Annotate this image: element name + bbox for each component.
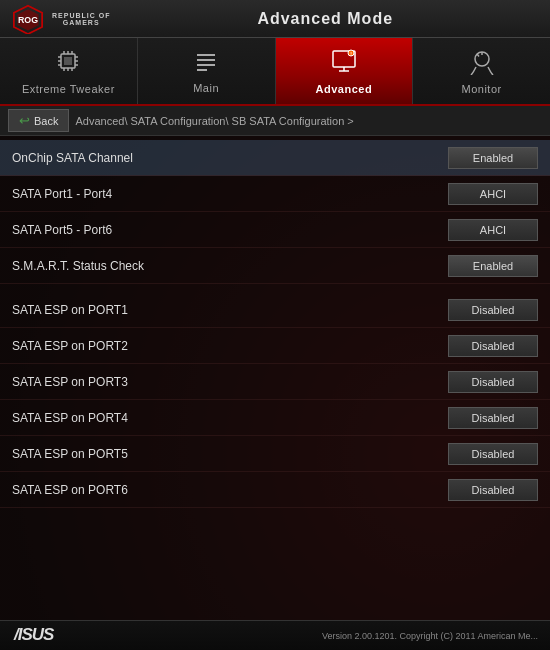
- setting-name-onchip: OnChip SATA Channel: [12, 151, 133, 165]
- monitor-icon: [468, 47, 496, 79]
- list-icon: [193, 48, 219, 78]
- setting-name-esp4: SATA ESP on PORT4: [12, 411, 128, 425]
- svg-text:/ISUS: /ISUS: [13, 625, 55, 644]
- tab-monitor[interactable]: Monitor: [413, 38, 550, 104]
- tab-advanced-label: Advanced: [316, 83, 373, 95]
- setting-value-esp4[interactable]: Disabled: [448, 407, 538, 429]
- setting-value-smart[interactable]: Enabled: [448, 255, 538, 277]
- setting-name-esp1: SATA ESP on PORT1: [12, 303, 128, 317]
- setting-row-esp2[interactable]: SATA ESP on PORT2 Disabled: [0, 328, 550, 364]
- setting-row-esp1[interactable]: SATA ESP on PORT1 Disabled: [0, 292, 550, 328]
- screen-icon: !: [330, 47, 358, 79]
- settings-content: OnChip SATA Channel Enabled SATA Port1 -…: [0, 136, 550, 620]
- setting-value-esp6[interactable]: Disabled: [448, 479, 538, 501]
- tab-extreme-tweaker[interactable]: Extreme Tweaker: [0, 38, 138, 104]
- setting-name-smart: S.M.A.R.T. Status Check: [12, 259, 144, 273]
- setting-value-onchip[interactable]: Enabled: [448, 147, 538, 169]
- back-arrow-icon: ↩: [19, 113, 30, 128]
- setting-row-port56[interactable]: SATA Port5 - Port6 AHCI: [0, 212, 550, 248]
- setting-value-esp5[interactable]: Disabled: [448, 443, 538, 465]
- back-button[interactable]: ↩ Back: [8, 109, 69, 132]
- svg-text:ROG: ROG: [18, 14, 38, 24]
- rog-logo: ROG REPUBLIC OF GAMERS: [10, 4, 110, 34]
- setting-name-esp6: SATA ESP on PORT6: [12, 483, 128, 497]
- rog-gamers: GAMERS: [63, 19, 100, 26]
- tabs-bar: Extreme Tweaker Main !: [0, 38, 550, 106]
- setting-row-esp5[interactable]: SATA ESP on PORT5 Disabled: [0, 436, 550, 472]
- setting-value-port14[interactable]: AHCI: [448, 183, 538, 205]
- setting-row-esp3[interactable]: SATA ESP on PORT3 Disabled: [0, 364, 550, 400]
- page-title: Advanced Mode: [110, 10, 540, 28]
- setting-name-port14: SATA Port1 - Port4: [12, 187, 112, 201]
- setting-name-esp5: SATA ESP on PORT5: [12, 447, 128, 461]
- setting-name-esp3: SATA ESP on PORT3: [12, 375, 128, 389]
- setting-row-port14[interactable]: SATA Port1 - Port4 AHCI: [0, 176, 550, 212]
- breadcrumb-bar: ↩ Back Advanced\ SATA Configuration\ SB …: [0, 106, 550, 136]
- tab-extreme-tweaker-label: Extreme Tweaker: [22, 83, 115, 95]
- setting-value-esp2[interactable]: Disabled: [448, 335, 538, 357]
- back-label: Back: [34, 115, 58, 127]
- setting-row-smart[interactable]: S.M.A.R.T. Status Check Enabled: [0, 248, 550, 284]
- setting-value-port56[interactable]: AHCI: [448, 219, 538, 241]
- cpu-icon: [54, 47, 82, 79]
- setting-value-esp1[interactable]: Disabled: [448, 299, 538, 321]
- breadcrumb-path: Advanced\ SATA Configuration\ SB SATA Co…: [75, 115, 353, 127]
- setting-row-onchip[interactable]: OnChip SATA Channel Enabled: [0, 140, 550, 176]
- rog-text: REPUBLIC OF GAMERS: [52, 12, 110, 26]
- rog-icon: ROG: [10, 4, 46, 34]
- footer-copyright: Version 2.00.1201. Copyright (C) 2011 Am…: [322, 631, 538, 641]
- tab-monitor-label: Monitor: [462, 83, 502, 95]
- header: ROG REPUBLIC OF GAMERS Advanced Mode: [0, 0, 550, 38]
- setting-value-esp3[interactable]: Disabled: [448, 371, 538, 393]
- rog-republic: REPUBLIC OF: [52, 12, 110, 19]
- svg-line-28: [477, 54, 479, 57]
- setting-row-esp6[interactable]: SATA ESP on PORT6 Disabled: [0, 472, 550, 508]
- tab-main-label: Main: [193, 82, 219, 94]
- spacer-1: [0, 284, 550, 292]
- setting-name-esp2: SATA ESP on PORT2: [12, 339, 128, 353]
- footer: /ISUS Version 2.00.1201. Copyright (C) 2…: [0, 620, 550, 650]
- svg-rect-4: [64, 57, 72, 65]
- setting-row-esp4[interactable]: SATA ESP on PORT4 Disabled: [0, 400, 550, 436]
- tab-advanced[interactable]: ! Advanced: [276, 38, 414, 104]
- asus-logo: /ISUS: [12, 622, 82, 649]
- tab-main[interactable]: Main: [138, 38, 276, 104]
- setting-name-port56: SATA Port5 - Port6: [12, 223, 112, 237]
